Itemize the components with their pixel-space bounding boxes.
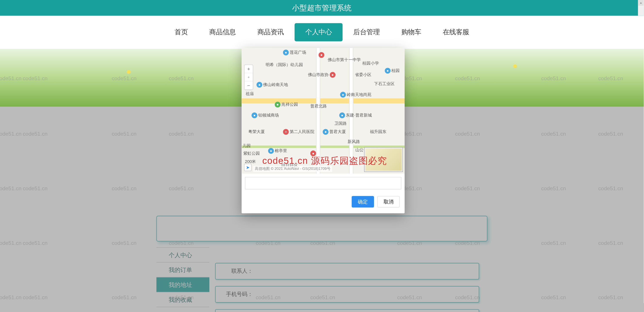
map-poi: ● xyxy=(318,52,325,58)
map-poi: ●兆祥公园 xyxy=(275,102,298,107)
map-poi: ●东建·普君新城 xyxy=(339,112,372,118)
nav-admin[interactable]: 后台管理 xyxy=(342,23,390,41)
map-poi: ●佛山岭南天地 xyxy=(256,82,288,88)
app-title: 小型超市管理系统 xyxy=(292,4,352,12)
map-poi: +第二人民医院 xyxy=(283,129,314,135)
map-picker-dialog: ●莲花广场 ● 佛山市第十一中学 桂园小学 ●桂园 明希（国际）幼儿园 佛山市政… xyxy=(242,48,404,213)
app-header: 小型超市管理系统 ▴ xyxy=(0,0,644,16)
map-zoom-in-icon[interactable]: + xyxy=(244,65,253,73)
red-watermark: code51.cn 源码乐园盗图必究 xyxy=(262,155,387,167)
map-poi: 祖庙 xyxy=(246,91,254,97)
map-poi: 粤荣大厦 xyxy=(248,129,265,135)
map-poi: 紫虹公园 xyxy=(243,151,260,156)
map-poi: 福升园东 xyxy=(370,129,386,135)
dialog-footer: 确定 取消 xyxy=(242,193,404,213)
map-poi: 下石工业区 xyxy=(374,81,395,87)
map-poi: 卫国路 xyxy=(334,121,347,127)
map-poi: 儿园 xyxy=(242,143,251,149)
nav-cart[interactable]: 购物车 xyxy=(390,23,432,41)
map-poi: 省委小区 xyxy=(355,72,372,78)
map-poi: 佛山市政协 ● xyxy=(308,72,336,78)
map-zoom-controls[interactable]: + ◦ − xyxy=(244,64,253,90)
map-poi: ●岭南天地尚苑 xyxy=(340,92,372,98)
dialog-confirm-button[interactable]: 确定 xyxy=(352,196,374,207)
nav-product-news[interactable]: 商品资讯 xyxy=(246,23,294,41)
map-poi: 普君北路 xyxy=(310,103,327,109)
map-search-input[interactable] xyxy=(245,177,401,189)
nav-personal-center[interactable]: 个人中心 xyxy=(294,23,342,41)
scrollbar-up-icon[interactable]: ▴ xyxy=(638,0,644,6)
map-poi: 明希（国际）幼儿园 xyxy=(266,62,303,68)
map-poi: 桂园小学 xyxy=(362,60,379,66)
nav-customer-service[interactable]: 在线客服 xyxy=(432,23,480,41)
vertical-scrollbar[interactable]: ▴ xyxy=(638,0,644,16)
map-poi: 佛山市第十一中学 xyxy=(328,57,361,63)
nav-product-info[interactable]: 商品信息 xyxy=(198,23,246,41)
map-zoom-out-icon[interactable]: − xyxy=(244,81,253,90)
map-poi: ●普君大厦 xyxy=(323,129,346,135)
map-zoom-slider-icon[interactable]: ◦ xyxy=(244,73,253,81)
map-search-row xyxy=(242,174,404,193)
nav-home[interactable]: 首页 xyxy=(164,23,198,41)
dialog-cancel-button[interactable]: 取消 xyxy=(377,196,400,207)
map-poi: ●铂顿城商场 xyxy=(252,112,279,118)
map-poi: ●桂园 xyxy=(385,68,400,74)
map-locate-icon[interactable]: ➤ xyxy=(244,164,252,171)
map-poi: 新风路 xyxy=(348,139,360,145)
map-poi: ●莲花广场 xyxy=(283,50,306,55)
map-poi: ●榕亭里 xyxy=(268,148,287,154)
main-nav: 首页 商品信息 商品资讯 个人中心 后台管理 购物车 在线客服 xyxy=(0,16,644,49)
